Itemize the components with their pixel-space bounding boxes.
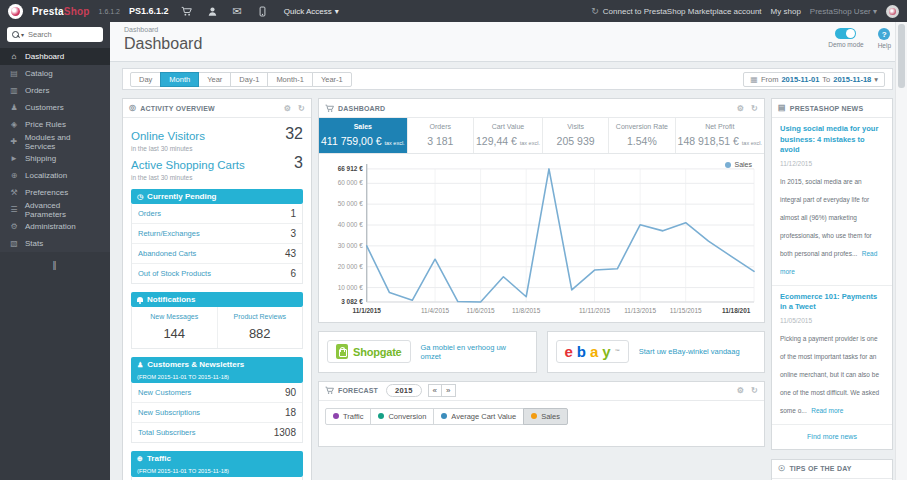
traffic-date-range: (FROM 2015-11-01 TO 2015-11-18) [137, 468, 297, 474]
sidebar-item-advanced-parameters[interactable]: ☰Advanced Parameters [0, 201, 110, 218]
previous-year-button[interactable]: « [428, 384, 442, 397]
shopgate-name: Shopgate [353, 346, 402, 358]
new-messages-cell[interactable]: New Messages144 [132, 307, 217, 348]
list-item[interactable]: New Customers90 [132, 383, 302, 403]
forecast-panel: FORECAST 2015 « » ⚙↻ Traffic Conversion … [318, 381, 765, 447]
sidebar-item-localization[interactable]: ⊕Localization [0, 167, 110, 184]
pending-orders-link[interactable]: Orders [138, 209, 161, 218]
new-customers-value: 90 [285, 387, 296, 398]
scrollbar-thumb[interactable] [898, 24, 905, 88]
forecast-average-cart-value-button[interactable]: Average Cart Value [433, 408, 524, 425]
ebay-letter: e [565, 344, 572, 359]
list-item[interactable]: Total Subscribers1308 [132, 423, 302, 442]
sidebar-item-orders[interactable]: ▥Orders [0, 82, 110, 99]
sidebar-item-modules[interactable]: ✚Modules and Services [0, 133, 110, 150]
shopgate-link[interactable]: Ga mobiel en verhoog uw omzet [421, 343, 528, 361]
sidebar-item-label: Administration [25, 222, 76, 231]
help-icon[interactable]: ? [878, 28, 890, 40]
filter-year-button[interactable]: Year [198, 72, 231, 87]
marketplace-link[interactable]: ↻Connect to PrestaShop Marketplace accou… [591, 6, 761, 16]
my-shop-link[interactable]: My shop [771, 7, 801, 16]
mobile-icon[interactable] [257, 6, 268, 17]
breadcrumb[interactable]: Dashboard [124, 26, 893, 33]
date-range-button[interactable]: ▦ From 2015-11-01 To 2015-11-18 ▾ [743, 72, 885, 87]
find-more-news-link[interactable]: Find more news [772, 425, 892, 449]
online-visitors-value: 32 [285, 126, 303, 142]
refresh-icon[interactable]: ↻ [298, 104, 305, 113]
sidebar-item-catalog[interactable]: ▤Catalog [0, 65, 110, 82]
sidebar-search[interactable]: ▾ [7, 27, 103, 42]
tab-net-profit[interactable]: Net Profit148 918,51 € tax excl. [676, 118, 764, 153]
sidebar-item-customers[interactable]: ♟Customers [0, 99, 110, 116]
filter-day-1-button[interactable]: Day-1 [230, 72, 268, 87]
demo-mode-toggle[interactable] [835, 28, 856, 39]
list-item[interactable]: Orders1 [132, 204, 302, 224]
filter-year-1-button[interactable]: Year-1 [312, 72, 352, 87]
search-input[interactable] [26, 29, 98, 40]
tab-conversion-rate[interactable]: Conversion Rate1.54% [609, 118, 675, 153]
help-control: ? Help [878, 28, 891, 49]
abandoned-carts-link[interactable]: Abandoned Carts [138, 249, 196, 258]
sidebar-item-preferences[interactable]: ⚒Preferences [0, 184, 110, 201]
pending-returns-link[interactable]: Return/Exchanges [138, 229, 200, 238]
demo-mode-control: Demo mode [828, 28, 863, 49]
new-subscriptions-link[interactable]: New Subscriptions [138, 408, 200, 417]
news-article-title[interactable]: Using social media for your business: 4 … [780, 124, 884, 156]
active-carts-label: Active Shopping Carts [131, 159, 245, 171]
tab-orders[interactable]: Orders3 181 [408, 118, 474, 153]
sidebar-item-stats[interactable]: ▧Stats [0, 235, 110, 252]
refresh-icon[interactable]: ↻ [751, 386, 758, 395]
filter-month-button[interactable]: Month [160, 72, 199, 87]
gear-icon[interactable]: ⚙ [737, 386, 744, 395]
user-avatar[interactable] [886, 5, 899, 18]
year-selector[interactable]: 2015 [386, 384, 422, 397]
envelope-icon[interactable]: ✉ [233, 6, 242, 17]
chevron-down-icon: ▾ [874, 75, 878, 84]
user-icon[interactable] [207, 6, 218, 17]
cart-icon [325, 104, 334, 113]
cart-icon[interactable] [181, 6, 192, 17]
gear-icon[interactable]: ⚙ [284, 104, 291, 113]
book-icon: ▤ [9, 70, 19, 78]
sidebar-item-dashboard[interactable]: ⌂Dashboard [0, 48, 110, 65]
tab-sales[interactable]: Sales411 759,00 € tax excl. [319, 118, 408, 153]
tab-visits[interactable]: Visits205 939 [543, 118, 609, 153]
list-item[interactable]: Out of Stock Products6 [132, 264, 302, 283]
read-more-link[interactable]: Read more [811, 407, 843, 414]
page-scrollbar[interactable] [895, 22, 907, 480]
list-item[interactable]: Abandoned Carts43 [132, 244, 302, 264]
chart-icon: ▧ [9, 240, 19, 248]
average-cart-value-dot-icon [441, 413, 447, 419]
filter-day-button[interactable]: Day [130, 72, 161, 87]
quick-access-menu[interactable]: Quick Access▾ [280, 7, 343, 16]
forecast-sales-button[interactable]: Sales [523, 408, 568, 425]
traffic-title: Traffic [147, 454, 171, 463]
gear-icon[interactable]: ⚙ [737, 104, 744, 113]
sidebar-collapse-button[interactable]: ∥ [0, 260, 110, 270]
sidebar-item-label: Orders [25, 86, 49, 95]
tab-cart-value[interactable]: Cart Value129,44 € tax excl. [474, 118, 543, 153]
list-item[interactable]: New Subscriptions18 [132, 403, 302, 423]
refresh-icon[interactable]: ↻ [751, 104, 758, 113]
demo-mode-label: Demo mode [828, 41, 863, 48]
next-year-button[interactable]: » [441, 384, 455, 397]
brand-name: PrestaShop [32, 6, 90, 17]
out-of-stock-link[interactable]: Out of Stock Products [138, 269, 211, 278]
forecast-traffic-button[interactable]: Traffic [325, 408, 371, 425]
sidebar-item-label: Advanced Parameters [25, 201, 101, 219]
product-reviews-cell[interactable]: Product Reviews882 [217, 307, 303, 348]
user-menu[interactable]: PrestaShop User ▾ [810, 7, 877, 16]
news-article-title[interactable]: Ecommerce 101: Payments in a Tweet [780, 292, 884, 313]
sidebar-item-price-rules[interactable]: ◈Price Rules [0, 116, 110, 133]
filter-month-1-button[interactable]: Month-1 [267, 72, 313, 87]
sidebar-item-shipping[interactable]: ►Shipping [0, 150, 110, 167]
forecast-conversion-button[interactable]: Conversion [370, 408, 434, 425]
ebay-link[interactable]: Start uw eBay-winkel vandaag [639, 347, 740, 356]
sidebar-item-administration[interactable]: ⚙Administration [0, 218, 110, 235]
total-subscribers-link[interactable]: Total Subscribers [138, 428, 196, 437]
prestashop-logo[interactable] [8, 4, 23, 19]
chart-legend[interactable]: Sales [725, 161, 752, 168]
new-customers-link[interactable]: New Customers [138, 388, 191, 397]
list-item[interactable]: Return/Exchanges3 [132, 224, 302, 244]
search-caret-icon[interactable]: ▾ [21, 31, 24, 38]
